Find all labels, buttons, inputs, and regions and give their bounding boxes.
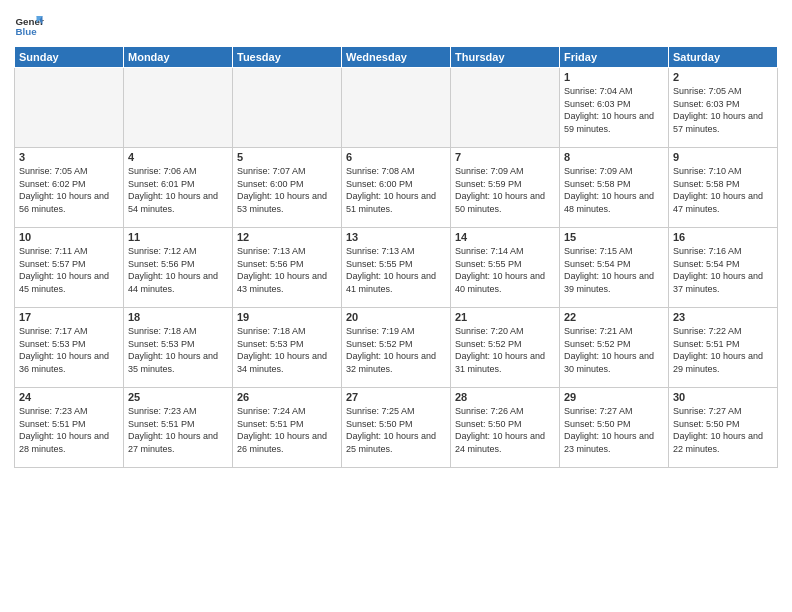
calendar-cell: 19Sunrise: 7:18 AM Sunset: 5:53 PM Dayli…: [233, 308, 342, 388]
logo-icon: General Blue: [14, 10, 44, 40]
day-info: Sunrise: 7:23 AM Sunset: 5:51 PM Dayligh…: [19, 405, 119, 455]
day-info: Sunrise: 7:14 AM Sunset: 5:55 PM Dayligh…: [455, 245, 555, 295]
svg-text:Blue: Blue: [16, 26, 38, 37]
calendar-cell: 21Sunrise: 7:20 AM Sunset: 5:52 PM Dayli…: [451, 308, 560, 388]
calendar-cell: 1Sunrise: 7:04 AM Sunset: 6:03 PM Daylig…: [560, 68, 669, 148]
day-info: Sunrise: 7:07 AM Sunset: 6:00 PM Dayligh…: [237, 165, 337, 215]
day-number: 21: [455, 311, 555, 323]
week-row-4: 24Sunrise: 7:23 AM Sunset: 5:51 PM Dayli…: [15, 388, 778, 468]
calendar-cell: 25Sunrise: 7:23 AM Sunset: 5:51 PM Dayli…: [124, 388, 233, 468]
day-info: Sunrise: 7:19 AM Sunset: 5:52 PM Dayligh…: [346, 325, 446, 375]
calendar-cell: 14Sunrise: 7:14 AM Sunset: 5:55 PM Dayli…: [451, 228, 560, 308]
calendar-cell: 15Sunrise: 7:15 AM Sunset: 5:54 PM Dayli…: [560, 228, 669, 308]
week-row-1: 3Sunrise: 7:05 AM Sunset: 6:02 PM Daylig…: [15, 148, 778, 228]
day-number: 26: [237, 391, 337, 403]
day-info: Sunrise: 7:20 AM Sunset: 5:52 PM Dayligh…: [455, 325, 555, 375]
calendar-cell: 9Sunrise: 7:10 AM Sunset: 5:58 PM Daylig…: [669, 148, 778, 228]
day-info: Sunrise: 7:25 AM Sunset: 5:50 PM Dayligh…: [346, 405, 446, 455]
day-number: 6: [346, 151, 446, 163]
day-info: Sunrise: 7:05 AM Sunset: 6:02 PM Dayligh…: [19, 165, 119, 215]
day-info: Sunrise: 7:21 AM Sunset: 5:52 PM Dayligh…: [564, 325, 664, 375]
calendar-table: SundayMondayTuesdayWednesdayThursdayFrid…: [14, 46, 778, 468]
day-info: Sunrise: 7:10 AM Sunset: 5:58 PM Dayligh…: [673, 165, 773, 215]
day-number: 28: [455, 391, 555, 403]
day-info: Sunrise: 7:13 AM Sunset: 5:55 PM Dayligh…: [346, 245, 446, 295]
day-number: 10: [19, 231, 119, 243]
calendar-cell: 11Sunrise: 7:12 AM Sunset: 5:56 PM Dayli…: [124, 228, 233, 308]
calendar-cell: 18Sunrise: 7:18 AM Sunset: 5:53 PM Dayli…: [124, 308, 233, 388]
calendar-cell: 16Sunrise: 7:16 AM Sunset: 5:54 PM Dayli…: [669, 228, 778, 308]
day-info: Sunrise: 7:22 AM Sunset: 5:51 PM Dayligh…: [673, 325, 773, 375]
weekday-header-friday: Friday: [560, 47, 669, 68]
weekday-header-monday: Monday: [124, 47, 233, 68]
calendar-cell: 5Sunrise: 7:07 AM Sunset: 6:00 PM Daylig…: [233, 148, 342, 228]
calendar-cell: 13Sunrise: 7:13 AM Sunset: 5:55 PM Dayli…: [342, 228, 451, 308]
weekday-header-saturday: Saturday: [669, 47, 778, 68]
day-number: 30: [673, 391, 773, 403]
calendar-cell: 27Sunrise: 7:25 AM Sunset: 5:50 PM Dayli…: [342, 388, 451, 468]
calendar-cell: 4Sunrise: 7:06 AM Sunset: 6:01 PM Daylig…: [124, 148, 233, 228]
calendar-cell: 28Sunrise: 7:26 AM Sunset: 5:50 PM Dayli…: [451, 388, 560, 468]
day-number: 18: [128, 311, 228, 323]
calendar-cell: 22Sunrise: 7:21 AM Sunset: 5:52 PM Dayli…: [560, 308, 669, 388]
calendar-cell: [451, 68, 560, 148]
week-row-3: 17Sunrise: 7:17 AM Sunset: 5:53 PM Dayli…: [15, 308, 778, 388]
weekday-header-tuesday: Tuesday: [233, 47, 342, 68]
day-number: 8: [564, 151, 664, 163]
day-number: 12: [237, 231, 337, 243]
day-info: Sunrise: 7:08 AM Sunset: 6:00 PM Dayligh…: [346, 165, 446, 215]
weekday-header-thursday: Thursday: [451, 47, 560, 68]
day-number: 17: [19, 311, 119, 323]
weekday-header-wednesday: Wednesday: [342, 47, 451, 68]
day-info: Sunrise: 7:18 AM Sunset: 5:53 PM Dayligh…: [128, 325, 228, 375]
day-number: 4: [128, 151, 228, 163]
calendar-cell: [15, 68, 124, 148]
day-number: 27: [346, 391, 446, 403]
day-number: 3: [19, 151, 119, 163]
day-info: Sunrise: 7:13 AM Sunset: 5:56 PM Dayligh…: [237, 245, 337, 295]
calendar-cell: 8Sunrise: 7:09 AM Sunset: 5:58 PM Daylig…: [560, 148, 669, 228]
calendar-cell: 6Sunrise: 7:08 AM Sunset: 6:00 PM Daylig…: [342, 148, 451, 228]
calendar-cell: 7Sunrise: 7:09 AM Sunset: 5:59 PM Daylig…: [451, 148, 560, 228]
week-row-0: 1Sunrise: 7:04 AM Sunset: 6:03 PM Daylig…: [15, 68, 778, 148]
calendar-cell: 20Sunrise: 7:19 AM Sunset: 5:52 PM Dayli…: [342, 308, 451, 388]
logo: General Blue: [14, 10, 44, 40]
day-info: Sunrise: 7:11 AM Sunset: 5:57 PM Dayligh…: [19, 245, 119, 295]
calendar-cell: 10Sunrise: 7:11 AM Sunset: 5:57 PM Dayli…: [15, 228, 124, 308]
calendar-cell: 30Sunrise: 7:27 AM Sunset: 5:50 PM Dayli…: [669, 388, 778, 468]
day-info: Sunrise: 7:09 AM Sunset: 5:58 PM Dayligh…: [564, 165, 664, 215]
day-info: Sunrise: 7:04 AM Sunset: 6:03 PM Dayligh…: [564, 85, 664, 135]
day-info: Sunrise: 7:26 AM Sunset: 5:50 PM Dayligh…: [455, 405, 555, 455]
day-number: 11: [128, 231, 228, 243]
day-info: Sunrise: 7:17 AM Sunset: 5:53 PM Dayligh…: [19, 325, 119, 375]
day-info: Sunrise: 7:06 AM Sunset: 6:01 PM Dayligh…: [128, 165, 228, 215]
day-info: Sunrise: 7:18 AM Sunset: 5:53 PM Dayligh…: [237, 325, 337, 375]
day-number: 29: [564, 391, 664, 403]
calendar-cell: [233, 68, 342, 148]
day-info: Sunrise: 7:27 AM Sunset: 5:50 PM Dayligh…: [564, 405, 664, 455]
day-info: Sunrise: 7:24 AM Sunset: 5:51 PM Dayligh…: [237, 405, 337, 455]
day-number: 16: [673, 231, 773, 243]
calendar-cell: 23Sunrise: 7:22 AM Sunset: 5:51 PM Dayli…: [669, 308, 778, 388]
calendar-cell: 17Sunrise: 7:17 AM Sunset: 5:53 PM Dayli…: [15, 308, 124, 388]
day-number: 1: [564, 71, 664, 83]
calendar-cell: 29Sunrise: 7:27 AM Sunset: 5:50 PM Dayli…: [560, 388, 669, 468]
day-number: 14: [455, 231, 555, 243]
day-info: Sunrise: 7:15 AM Sunset: 5:54 PM Dayligh…: [564, 245, 664, 295]
day-number: 19: [237, 311, 337, 323]
weekday-header-sunday: Sunday: [15, 47, 124, 68]
day-number: 25: [128, 391, 228, 403]
day-number: 9: [673, 151, 773, 163]
day-info: Sunrise: 7:16 AM Sunset: 5:54 PM Dayligh…: [673, 245, 773, 295]
day-info: Sunrise: 7:09 AM Sunset: 5:59 PM Dayligh…: [455, 165, 555, 215]
page: General Blue SundayMondayTuesdayWednesda…: [0, 0, 792, 612]
calendar-cell: [342, 68, 451, 148]
day-info: Sunrise: 7:12 AM Sunset: 5:56 PM Dayligh…: [128, 245, 228, 295]
day-number: 7: [455, 151, 555, 163]
day-number: 13: [346, 231, 446, 243]
day-number: 22: [564, 311, 664, 323]
day-number: 24: [19, 391, 119, 403]
day-info: Sunrise: 7:27 AM Sunset: 5:50 PM Dayligh…: [673, 405, 773, 455]
calendar-cell: 26Sunrise: 7:24 AM Sunset: 5:51 PM Dayli…: [233, 388, 342, 468]
calendar-cell: 3Sunrise: 7:05 AM Sunset: 6:02 PM Daylig…: [15, 148, 124, 228]
